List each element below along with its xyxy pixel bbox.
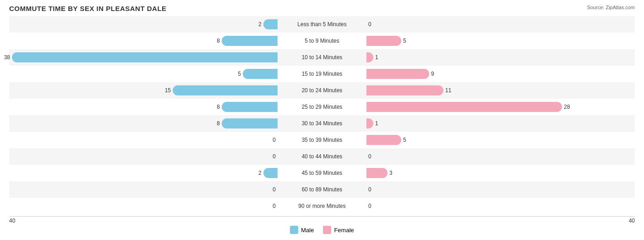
chart-title: COMMUTE TIME BY SEX IN PLEASANT DALE [9, 5, 635, 12]
left-section: 2 [9, 16, 279, 33]
bar-row: 1520 to 24 Minutes11 [9, 82, 635, 99]
bar-row: 245 to 59 Minutes3 [9, 165, 635, 181]
bars-area: 2Less than 5 Minutes085 to 9 Minutes5381… [9, 16, 635, 214]
female-bar [366, 135, 401, 145]
right-section: 0 [365, 148, 635, 165]
bar-row: 515 to 19 Minutes9 [9, 66, 635, 82]
left-section: 5 [9, 66, 279, 82]
male-value: 8 [217, 38, 220, 44]
female-value: 9 [431, 71, 434, 77]
female-value: 0 [368, 186, 371, 193]
bar-label: 35 to 39 Minutes [279, 137, 365, 143]
chart-container: COMMUTE TIME BY SEX IN PLEASANT DALE Sou… [0, 0, 644, 240]
female-value: 3 [389, 170, 393, 176]
legend-male-box [290, 226, 298, 234]
bar-label: 90 or more Minutes [279, 203, 365, 209]
female-value: 11 [445, 87, 451, 94]
male-bar [222, 36, 278, 46]
right-section: 11 [365, 82, 635, 99]
male-bar [173, 85, 278, 95]
female-bar [366, 168, 387, 178]
right-section: 3 [365, 165, 635, 181]
female-value: 1 [375, 54, 378, 61]
female-bar [366, 69, 429, 79]
source-label: Source: ZipAtlas.com [587, 5, 635, 10]
male-value: 2 [258, 170, 262, 176]
bar-row: 2Less than 5 Minutes0 [9, 16, 635, 33]
male-value: 38 [4, 54, 10, 61]
male-value: 0 [273, 203, 276, 209]
right-section: 28 [365, 99, 635, 115]
bar-row: 825 to 29 Minutes28 [9, 99, 635, 115]
male-value: 0 [273, 137, 276, 143]
right-section: 0 [365, 16, 635, 33]
left-section: 38 [9, 49, 279, 66]
axis-labels: 40 40 [9, 218, 635, 224]
left-section: 8 [9, 99, 279, 115]
left-section: 0 [9, 148, 279, 165]
bar-row: 060 to 89 Minutes0 [9, 181, 635, 198]
right-section: 5 [365, 132, 635, 148]
axis-line [9, 216, 635, 217]
left-section: 2 [9, 165, 279, 181]
legend-female-box [323, 226, 331, 234]
axis-right-label: 40 [358, 218, 635, 224]
bar-row: 040 to 44 Minutes0 [9, 148, 635, 165]
female-bar [366, 52, 373, 62]
bar-row: 85 to 9 Minutes5 [9, 33, 635, 49]
left-section: 15 [9, 82, 279, 99]
male-value: 0 [273, 186, 276, 193]
male-bar [222, 102, 278, 112]
bar-label: 10 to 14 Minutes [279, 54, 365, 61]
male-bar [263, 168, 278, 178]
male-bar [243, 69, 278, 79]
male-bar [222, 118, 278, 128]
bar-label: 30 to 34 Minutes [279, 120, 365, 127]
female-value: 1 [375, 120, 378, 127]
axis-left-label: 40 [9, 218, 286, 224]
female-value: 0 [368, 21, 371, 28]
left-section: 0 [9, 181, 279, 198]
bar-row: 830 to 34 Minutes1 [9, 115, 635, 132]
male-value: 0 [273, 153, 276, 160]
right-section: 5 [365, 33, 635, 49]
bar-row: 035 to 39 Minutes5 [9, 132, 635, 148]
left-section: 8 [9, 33, 279, 49]
female-value: 5 [403, 137, 406, 143]
legend-female-label: Female [334, 227, 354, 234]
male-value: 8 [217, 104, 220, 110]
female-bar [366, 118, 373, 128]
bar-label: 5 to 9 Minutes [279, 38, 365, 44]
bar-row: 090 or more Minutes0 [9, 198, 635, 214]
bar-label: 60 to 89 Minutes [279, 186, 365, 193]
bar-label: 40 to 44 Minutes [279, 153, 365, 160]
legend: Male Female [9, 226, 635, 234]
female-value: 0 [368, 153, 371, 160]
male-bar [12, 52, 278, 62]
female-value: 5 [403, 38, 406, 44]
male-value: 5 [238, 71, 241, 77]
bar-row: 3810 to 14 Minutes1 [9, 49, 635, 66]
right-section: 0 [365, 181, 635, 198]
bar-label: 20 to 24 Minutes [279, 87, 365, 94]
female-value: 28 [564, 104, 570, 110]
legend-male-label: Male [301, 227, 314, 234]
male-bar [263, 19, 278, 29]
bar-label: 45 to 59 Minutes [279, 170, 365, 176]
male-value: 8 [217, 120, 220, 127]
bar-label: 15 to 19 Minutes [279, 71, 365, 77]
right-section: 1 [365, 49, 635, 66]
bar-label: Less than 5 Minutes [279, 21, 365, 28]
left-section: 8 [9, 115, 279, 132]
right-section: 9 [365, 66, 635, 82]
male-value: 2 [258, 21, 262, 28]
legend-female: Female [323, 226, 354, 234]
right-section: 0 [365, 198, 635, 214]
female-bar [366, 85, 443, 95]
male-value: 15 [165, 87, 171, 94]
legend-male: Male [290, 226, 314, 234]
left-section: 0 [9, 132, 279, 148]
left-section: 0 [9, 198, 279, 214]
right-section: 1 [365, 115, 635, 132]
female-value: 0 [368, 203, 371, 209]
